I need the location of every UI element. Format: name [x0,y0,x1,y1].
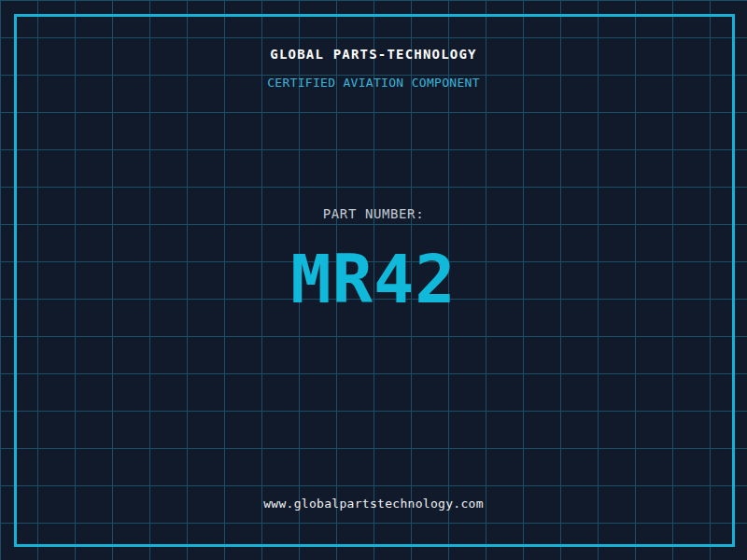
part-number-value: MR42 [0,245,747,313]
certification-subtitle: CERTIFIED AVIATION COMPONENT [0,76,747,90]
part-label-card: GLOBAL PARTS-TECHNOLOGY CERTIFIED AVIATI… [0,0,747,560]
company-name: GLOBAL PARTS-TECHNOLOGY [0,47,747,62]
website-url: www.globalpartstechnology.com [0,497,747,511]
part-number-label: PART NUMBER: [0,206,747,221]
